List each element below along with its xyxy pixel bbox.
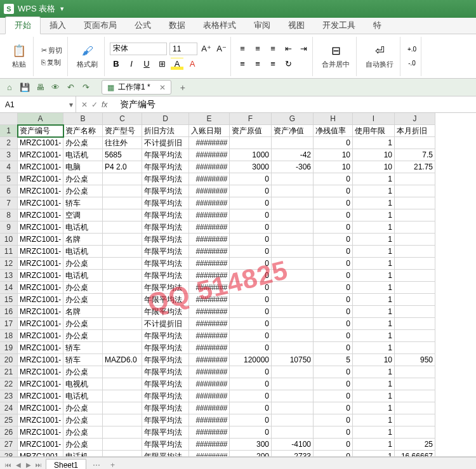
- cell-r5-c9[interactable]: 1: [353, 173, 395, 185]
- cell-r15-c8[interactable]: 0: [314, 294, 353, 306]
- name-box-input[interactable]: [0, 100, 67, 109]
- cell-r4-c8[interactable]: 10: [314, 161, 353, 173]
- cell-r24-c8[interactable]: 0: [314, 402, 353, 414]
- cell-r12-c4[interactable]: 年限平均法: [142, 258, 189, 270]
- cell-r17-c10[interactable]: [395, 318, 435, 330]
- cell-r10-c9[interactable]: 1: [353, 234, 395, 246]
- align-mid-button[interactable]: ≡: [251, 43, 264, 55]
- cell-r13-c1[interactable]: MRZC1001-: [18, 270, 63, 282]
- col-header-C[interactable]: C: [103, 113, 142, 125]
- formula-input[interactable]: 资产编号: [116, 99, 476, 110]
- row-header-23[interactable]: 23: [0, 390, 18, 402]
- merge-cells-button[interactable]: ⊟ 合并居中: [318, 42, 354, 70]
- cell-r9-c6[interactable]: 0: [230, 221, 272, 234]
- cell-r22-c2[interactable]: 电视机: [63, 378, 103, 390]
- cell-r5-c5[interactable]: ########: [189, 173, 230, 185]
- cell-r25-c1[interactable]: MRZC1001-: [18, 414, 63, 426]
- cell-r9-c3[interactable]: [103, 221, 142, 234]
- cell-r10-c2[interactable]: 名牌: [63, 234, 103, 246]
- cell-r27-c9[interactable]: 1: [353, 439, 395, 451]
- cell-r24-c6[interactable]: 0: [230, 402, 272, 414]
- cell-r6-c9[interactable]: 1: [353, 185, 395, 197]
- cell-r28-c3[interactable]: [103, 451, 142, 457]
- cell-r24-c7[interactable]: [272, 402, 314, 414]
- cell-r28-c6[interactable]: 200: [230, 451, 272, 457]
- cell-r22-c1[interactable]: MRZC1001-: [18, 378, 63, 390]
- cell-r20-c3[interactable]: MAZD6.0: [103, 354, 142, 366]
- cell-r2-c8[interactable]: 0: [314, 137, 353, 149]
- cell-r2-c5[interactable]: ########: [189, 137, 230, 149]
- cell-r26-c10[interactable]: [395, 426, 435, 439]
- cell-r13-c6[interactable]: 0: [230, 270, 272, 282]
- fx-cancel-icon[interactable]: ✕: [81, 100, 88, 109]
- cell-r26-c2[interactable]: 办公桌: [63, 426, 103, 439]
- dec-decimal-button[interactable]: -.0: [406, 57, 418, 70]
- cell-r5-c6[interactable]: 0: [230, 173, 272, 185]
- ribbon-tab-3[interactable]: 公式: [126, 17, 160, 34]
- cell-r22-c6[interactable]: 0: [230, 378, 272, 390]
- cell-r2-c3[interactable]: 往往外: [103, 137, 142, 149]
- cell-r8-c10[interactable]: [395, 209, 435, 221]
- cell-r26-c4[interactable]: 年限平均法: [142, 426, 189, 439]
- cell-r10-c10[interactable]: [395, 234, 435, 246]
- cell-r8-c2[interactable]: 空调: [63, 209, 103, 221]
- cell-r17-c7[interactable]: [272, 318, 314, 330]
- cell-r22-c7[interactable]: [272, 378, 314, 390]
- cell-r20-c6[interactable]: 120000: [230, 354, 272, 366]
- cell-r18-c6[interactable]: 0: [230, 330, 272, 342]
- copy-button[interactable]: ⎘复制: [39, 57, 63, 68]
- cell-r12-c1[interactable]: MRZC1001-: [18, 258, 63, 270]
- cell-r13-c10[interactable]: [395, 270, 435, 282]
- font-name-select[interactable]: [110, 43, 167, 55]
- cell-r17-c2[interactable]: 办公桌: [63, 318, 103, 330]
- cell-r19-c10[interactable]: [395, 342, 435, 354]
- cell-r6-c6[interactable]: 0: [230, 185, 272, 197]
- cell-r23-c2[interactable]: 电话机: [63, 390, 103, 402]
- cell-r10-c5[interactable]: ########: [189, 234, 230, 246]
- cell-r23-c3[interactable]: [103, 390, 142, 402]
- cell-r21-c7[interactable]: [272, 366, 314, 378]
- cell-r6-c5[interactable]: ########: [189, 185, 230, 197]
- cell-r11-c5[interactable]: ########: [189, 246, 230, 258]
- inc-decimal-button[interactable]: +.0: [406, 43, 418, 56]
- cell-r26-c3[interactable]: [103, 426, 142, 439]
- cell-r7-c9[interactable]: 1: [353, 197, 395, 209]
- cell-r12-c3[interactable]: [103, 258, 142, 270]
- cell-header-3[interactable]: 折旧方法: [142, 125, 189, 137]
- cell-r6-c2[interactable]: 办公桌: [63, 185, 103, 197]
- cell-r5-c4[interactable]: 年限平均法: [142, 173, 189, 185]
- sheet-tab[interactable]: Sheet1: [46, 459, 86, 469]
- cell-r18-c1[interactable]: MRZC1001-: [18, 330, 63, 342]
- col-header-H[interactable]: H: [314, 113, 353, 125]
- cell-r3-c4[interactable]: 年限平均法: [142, 149, 189, 161]
- cell-r25-c5[interactable]: ########: [189, 414, 230, 426]
- row-header-17[interactable]: 17: [0, 318, 18, 330]
- cell-r11-c8[interactable]: 0: [314, 246, 353, 258]
- cell-r6-c7[interactable]: [272, 185, 314, 197]
- cell-r5-c10[interactable]: [395, 173, 435, 185]
- row-header-27[interactable]: 27: [0, 439, 18, 451]
- italic-button[interactable]: I: [125, 58, 138, 70]
- cell-r17-c3[interactable]: [103, 318, 142, 330]
- cell-r18-c2[interactable]: 办公桌: [63, 330, 103, 342]
- cell-r4-c1[interactable]: MRZC1001-: [18, 161, 63, 173]
- row-header-26[interactable]: 26: [0, 426, 18, 439]
- row-header-10[interactable]: 10: [0, 234, 18, 246]
- ribbon-tab-7[interactable]: 视图: [279, 17, 314, 34]
- cell-r26-c1[interactable]: MRZC1001-: [18, 426, 63, 439]
- cell-header-9[interactable]: 本月折旧: [395, 125, 435, 137]
- cell-r11-c4[interactable]: 年限平均法: [142, 246, 189, 258]
- cell-r2-c7[interactable]: [272, 137, 314, 149]
- underline-button[interactable]: U: [140, 58, 153, 70]
- cell-header-2[interactable]: 资产型号: [103, 125, 142, 137]
- cell-r21-c8[interactable]: 0: [314, 366, 353, 378]
- cell-r19-c5[interactable]: ########: [189, 342, 230, 354]
- cell-r11-c3[interactable]: [103, 246, 142, 258]
- cell-r17-c5[interactable]: ########: [189, 318, 230, 330]
- col-header-A[interactable]: A: [18, 113, 63, 125]
- row-header-20[interactable]: 20: [0, 354, 18, 366]
- cell-r13-c4[interactable]: 年限平均法: [142, 270, 189, 282]
- cell-r12-c8[interactable]: 0: [314, 258, 353, 270]
- sheet-nav-next-icon[interactable]: ▶: [24, 461, 33, 468]
- cell-r22-c3[interactable]: [103, 378, 142, 390]
